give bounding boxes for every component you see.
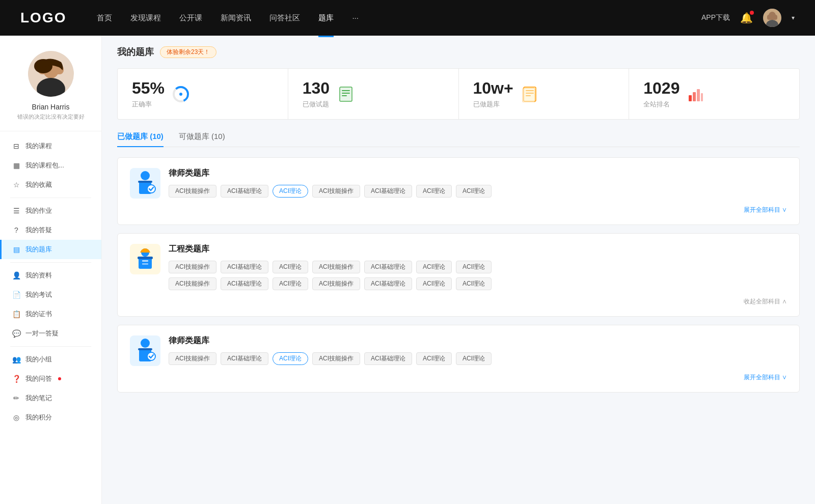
svg-rect-24	[523, 88, 535, 102]
tag-3-0[interactable]: ACI技能操作	[169, 352, 216, 365]
expand-button-3[interactable]: 展开全部科目 ∨	[130, 373, 787, 382]
tabs-row: 已做题库 (10) 可做题库 (10)	[117, 132, 800, 147]
tag-2b-3[interactable]: ACI技能操作	[312, 277, 360, 290]
tag-2b-0[interactable]: ACI技能操作	[169, 277, 216, 290]
user-avatar-header[interactable]	[763, 9, 781, 27]
stat-rank-label: 全站排名	[643, 100, 680, 109]
svg-rect-36	[142, 260, 148, 262]
bank-card-lawyer-2: 律师类题库 ACI技能操作 ACI基础理论 ACI理论 ACI技能操作 ACI基…	[117, 325, 800, 393]
tag-2-4[interactable]: ACI基础理论	[364, 261, 412, 273]
nav-home[interactable]: 首页	[97, 11, 112, 25]
nav-qa[interactable]: 问答社区	[269, 11, 300, 25]
tag-2b-4[interactable]: ACI基础理论	[364, 277, 412, 290]
nav-more[interactable]: ···	[352, 11, 359, 25]
page-title: 我的题库	[117, 46, 154, 58]
sidebar-item-my-qa[interactable]: ❓ 我的问答	[0, 369, 101, 388]
accuracy-chart-icon	[172, 85, 190, 103]
tag-2-2[interactable]: ACI理论	[273, 261, 308, 273]
trial-badge: 体验剩余23天！	[160, 46, 216, 58]
tag-1-1[interactable]: ACI基础理论	[221, 185, 268, 198]
collapse-button-2[interactable]: 收起全部科目 ∧	[130, 297, 787, 306]
svg-point-38	[141, 339, 150, 348]
banks-icon	[521, 85, 539, 103]
star-icon: ☆	[12, 181, 20, 189]
tag-3-1[interactable]: ACI基础理论	[221, 352, 268, 365]
sidebar-item-points[interactable]: ◎ 我的积分	[0, 408, 101, 427]
qa-red-dot	[58, 377, 61, 380]
stat-banks-text: 10w+ 已做题库	[473, 79, 513, 109]
course-pack-icon: ▦	[12, 161, 20, 170]
sidebar-item-qa[interactable]: ? 我的答疑	[0, 220, 101, 240]
tag-2b-5[interactable]: ACI理论	[416, 277, 452, 290]
tab-available[interactable]: 可做题库 (10)	[179, 132, 225, 147]
tag-2-3[interactable]: ACI技能操作	[312, 261, 360, 273]
sidebar-item-my-course[interactable]: ⊟ 我的课程	[0, 136, 101, 156]
tag-1-6[interactable]: ACI理论	[456, 185, 492, 198]
tag-2-1[interactable]: ACI基础理论	[221, 261, 268, 273]
tag-1-4[interactable]: ACI基础理论	[364, 185, 412, 198]
tag-1-2[interactable]: ACI理论	[273, 185, 308, 198]
sidebar-item-notes[interactable]: ✏ 我的笔记	[0, 388, 101, 408]
svg-rect-35	[138, 257, 153, 259]
bank-title-1: 律师类题库	[169, 168, 492, 179]
svg-rect-40	[138, 348, 152, 350]
tag-3-5[interactable]: ACI理论	[416, 352, 452, 365]
stat-banks-value: 10w+	[473, 79, 513, 98]
tag-2b-1[interactable]: ACI基础理论	[221, 277, 268, 290]
stat-accuracy: 55% 正确率	[118, 69, 288, 119]
sidebar-item-course-pack[interactable]: ▦ 我的课程包...	[0, 156, 101, 175]
bank-title-3: 律师类题库	[169, 335, 492, 346]
tag-1-3[interactable]: ACI技能操作	[312, 185, 360, 198]
tag-2b-6[interactable]: ACI理论	[456, 277, 492, 290]
course-icon: ⊟	[12, 142, 20, 150]
page-header: 我的题库 体验剩余23天！	[117, 46, 800, 58]
sidebar: Brian Harris 错误的决定比没有决定要好 ⊟ 我的课程 ▦ 我的课程包…	[0, 36, 102, 504]
sidebar-item-groups[interactable]: 👥 我的小组	[0, 350, 101, 369]
sidebar-item-homework[interactable]: ☰ 我的作业	[0, 201, 101, 220]
svg-rect-25	[689, 95, 692, 101]
stat-accuracy-value: 55%	[132, 79, 165, 98]
nav-discover[interactable]: 发现课程	[130, 11, 161, 25]
bank-card-lawyer-1: 律师类题库 ACI技能操作 ACI基础理论 ACI理论 ACI技能操作 ACI基…	[117, 157, 800, 225]
sidebar-divider-1	[10, 198, 91, 198]
header: LOGO 首页 发现课程 公开课 新闻资讯 问答社区 题库 ··· APP下载 …	[0, 0, 815, 36]
main-nav: 首页 发现课程 公开课 新闻资讯 问答社区 题库 ···	[97, 11, 701, 25]
sidebar-item-exam[interactable]: 📄 我的考试	[0, 285, 101, 304]
expand-button-1[interactable]: 展开全部科目 ∨	[130, 206, 787, 214]
tag-3-4[interactable]: ACI基础理论	[364, 352, 412, 365]
app-download-button[interactable]: APP下载	[701, 13, 730, 22]
bank-card-engineer: 工程类题库 ACI技能操作 ACI基础理论 ACI理论 ACI技能操作 ACI基…	[117, 233, 800, 317]
tab-done[interactable]: 已做题库 (10)	[117, 132, 164, 147]
sidebar-item-favorites[interactable]: ☆ 我的收藏	[0, 175, 101, 194]
sidebar-item-1on1[interactable]: 💬 一对一答疑	[0, 324, 101, 343]
bank-info-3: 律师类题库 ACI技能操作 ACI基础理论 ACI理论 ACI技能操作 ACI基…	[169, 335, 492, 365]
svg-rect-26	[693, 92, 696, 101]
nav-qbank[interactable]: 题库	[318, 11, 334, 25]
header-right: APP下载 🔔 ▾	[701, 9, 795, 27]
homework-icon: ☰	[12, 207, 20, 215]
sidebar-item-question-bank[interactable]: ▤ 我的题库	[0, 240, 101, 259]
nav-opencourse[interactable]: 公开课	[179, 11, 202, 25]
questions-icon	[337, 85, 355, 103]
exam-icon: 📄	[12, 291, 20, 299]
sidebar-item-certificate[interactable]: 📋 我的证书	[0, 304, 101, 324]
main-content: 我的题库 体验剩余23天！ 55% 正确率	[102, 36, 815, 504]
bank-info-1: 律师类题库 ACI技能操作 ACI基础理论 ACI理论 ACI技能操作 ACI基…	[169, 168, 492, 198]
tag-3-2[interactable]: ACI理论	[273, 352, 308, 365]
bank-title-2: 工程类题库	[169, 244, 787, 255]
tag-2-5[interactable]: ACI理论	[416, 261, 452, 273]
tag-2-0[interactable]: ACI技能操作	[169, 261, 216, 273]
tag-1-0[interactable]: ACI技能操作	[169, 185, 216, 198]
svg-rect-3	[767, 15, 777, 20]
user-menu-chevron[interactable]: ▾	[792, 14, 795, 21]
notification-bell[interactable]: 🔔	[740, 12, 753, 24]
stat-banks-label: 已做题库	[473, 100, 513, 109]
tag-3-6[interactable]: ACI理论	[456, 352, 492, 365]
profile-name: Brian Harris	[10, 103, 91, 111]
tag-2b-2[interactable]: ACI理论	[273, 277, 308, 290]
nav-news[interactable]: 新闻资讯	[221, 11, 251, 25]
tag-1-5[interactable]: ACI理论	[416, 185, 452, 198]
tag-2-6[interactable]: ACI理论	[456, 261, 492, 273]
tag-3-3[interactable]: ACI技能操作	[312, 352, 360, 365]
sidebar-item-materials[interactable]: 👤 我的资料	[0, 266, 101, 285]
